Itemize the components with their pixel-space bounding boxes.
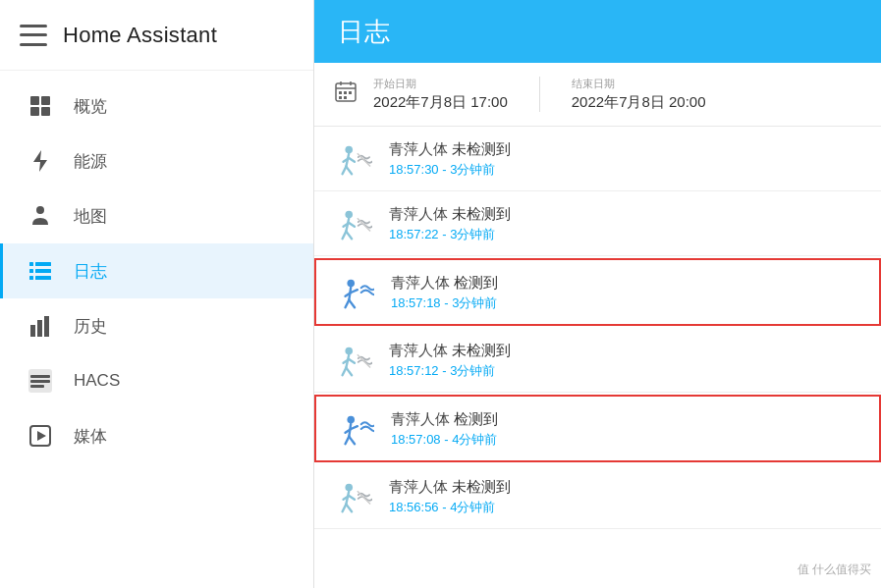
start-date-label: 开始日期 [373, 77, 508, 91]
log-text-2: 青萍人体 未检测到 18:57:22 - 3分钟前 [389, 203, 511, 243]
svg-rect-29 [344, 96, 347, 99]
svg-line-33 [346, 166, 352, 174]
log-main-2: 青萍人体 未检测到 [389, 203, 511, 224]
date-group: 开始日期 2022年7月8日 17:00 结束日期 2022年7月8日 20:0… [373, 77, 706, 112]
svg-rect-25 [339, 91, 342, 94]
svg-line-47 [349, 299, 355, 307]
sidebar-item-hacs-label: HACS [74, 371, 120, 391]
person-icon [27, 202, 54, 230]
sidebar-item-history-label: 历史 [74, 315, 107, 338]
log-main-4: 青萍人体 未检测到 [389, 340, 511, 360]
hacs-icon [27, 367, 54, 395]
svg-line-49 [351, 290, 358, 293]
log-entity-3: 青萍人体 [391, 274, 450, 291]
svg-rect-27 [349, 91, 352, 94]
motion-icon-4 [334, 341, 373, 380]
svg-rect-26 [344, 91, 347, 94]
barchart-icon [27, 312, 54, 340]
log-entity-6: 青萍人体 [389, 478, 448, 495]
svg-line-35 [349, 158, 355, 162]
calendar-icon [334, 80, 358, 109]
log-text-5: 青萍人体 检测到 18:57:08 - 4分钟前 [391, 408, 498, 449]
svg-rect-8 [29, 269, 33, 273]
svg-marker-4 [33, 150, 47, 172]
svg-rect-2 [30, 107, 39, 116]
log-item-3: 青萍人体 检测到 18:57:18 - 3分钟前 [314, 258, 881, 326]
log-main-5: 青萍人体 检测到 [391, 408, 498, 429]
svg-rect-10 [29, 276, 33, 280]
svg-rect-13 [37, 320, 42, 337]
sidebar-item-log[interactable]: 日志 [0, 243, 313, 298]
log-timestamp-4: 18:57:12 - 3分钟前 [389, 362, 511, 380]
svg-line-54 [346, 367, 352, 375]
sidebar-item-map[interactable]: 地图 [0, 188, 313, 243]
sidebar-item-log-label: 日志 [74, 260, 107, 283]
end-date-label: 结束日期 [572, 77, 706, 91]
svg-rect-17 [30, 380, 50, 383]
svg-rect-12 [30, 325, 35, 337]
log-state-2: 未检测到 [452, 205, 511, 222]
log-item-4: 青萍人体 未检测到 18:57:12 - 3分钟前 [314, 328, 881, 393]
log-state-6: 未检测到 [452, 478, 511, 495]
list-icon [27, 257, 54, 285]
log-entity-2: 青萍人体 [389, 205, 448, 222]
main-content: 日志 开始日期 2022 [314, 0, 881, 588]
svg-rect-7 [35, 262, 51, 266]
log-timestamp-2: 18:57:22 - 3分钟前 [389, 226, 511, 243]
svg-rect-9 [35, 269, 51, 273]
grid-icon [27, 92, 54, 120]
svg-marker-20 [37, 431, 46, 441]
log-main-1: 青萍人体 未检测到 [389, 138, 511, 159]
watermark: 值 什么值得买 [798, 561, 871, 578]
sidebar-item-overview[interactable]: 概览 [0, 79, 313, 134]
content-body: 开始日期 2022年7月8日 17:00 结束日期 2022年7月8日 20:0… [314, 63, 881, 588]
log-timestamp-1: 18:57:30 - 3分钟前 [389, 161, 511, 179]
log-state-1: 未检测到 [452, 140, 511, 157]
log-text-3: 青萍人体 检测到 18:57:18 - 3分钟前 [391, 272, 498, 312]
log-state-3: 检测到 [454, 274, 498, 291]
sidebar-item-energy-label: 能源 [74, 150, 107, 173]
sidebar-nav: 概览 能源 地图 [0, 71, 313, 588]
svg-rect-11 [35, 276, 51, 280]
svg-rect-3 [41, 107, 50, 116]
svg-rect-0 [30, 96, 39, 105]
motion-icon-3 [336, 273, 375, 312]
sidebar-item-media-label: 媒体 [74, 425, 107, 448]
svg-rect-14 [44, 316, 49, 337]
log-main-3: 青萍人体 检测到 [391, 272, 498, 293]
sidebar-item-overview-label: 概览 [74, 95, 107, 118]
motion-icon-6 [334, 477, 373, 516]
date-divider [539, 77, 540, 112]
sidebar-item-energy[interactable]: 能源 [0, 134, 313, 188]
motion-icon-2 [334, 204, 373, 243]
sidebar-header: Home Assistant [0, 0, 313, 71]
sidebar-item-media[interactable]: 媒体 [0, 408, 313, 463]
svg-line-63 [351, 426, 358, 429]
log-text-4: 青萍人体 未检测到 18:57:12 - 3分钟前 [389, 340, 511, 380]
log-item-1: 青萍人体 未检测到 18:57:30 - 3分钟前 [314, 127, 881, 191]
menu-icon[interactable] [20, 25, 47, 46]
log-item-5: 青萍人体 检测到 18:57:08 - 4分钟前 [314, 395, 881, 462]
log-text-6: 青萍人体 未检测到 18:56:56 - 4分钟前 [389, 476, 511, 516]
start-date-field[interactable]: 开始日期 2022年7月8日 17:00 [373, 77, 508, 112]
log-timestamp-5: 18:57:08 - 4分钟前 [391, 431, 498, 449]
svg-rect-6 [29, 262, 33, 266]
page-header: 日志 [314, 0, 881, 63]
end-date-field[interactable]: 结束日期 2022年7月8日 20:00 [572, 77, 706, 112]
log-item-6: 青萍人体 未检测到 18:56:56 - 4分钟前 [314, 464, 881, 529]
sidebar: Home Assistant 概览 能源 [0, 0, 314, 588]
app-title: Home Assistant [63, 23, 217, 48]
svg-rect-1 [41, 96, 50, 105]
svg-rect-16 [30, 375, 50, 378]
sidebar-item-hacs[interactable]: HACS [0, 353, 313, 408]
log-entity-1: 青萍人体 [389, 140, 448, 157]
play-icon [27, 422, 54, 450]
svg-rect-18 [30, 385, 44, 388]
log-item-2: 青萍人体 未检测到 18:57:22 - 3分钟前 [314, 191, 881, 256]
svg-point-5 [36, 206, 44, 214]
motion-icon-5 [336, 409, 375, 449]
log-timestamp-6: 18:56:56 - 4分钟前 [389, 499, 511, 516]
svg-rect-28 [339, 96, 342, 99]
sidebar-item-history[interactable]: 历史 [0, 298, 313, 353]
log-main-6: 青萍人体 未检测到 [389, 476, 511, 497]
